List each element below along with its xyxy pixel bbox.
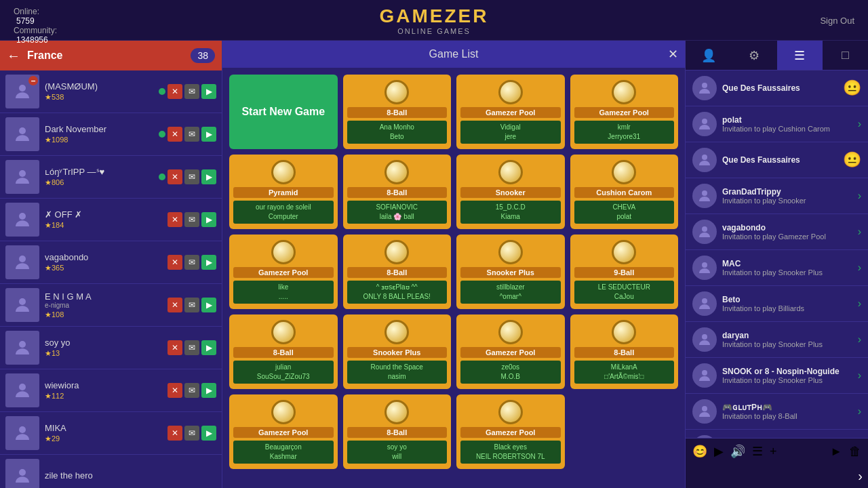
sidebar-user[interactable]: zile the hero xyxy=(0,455,222,488)
game-card[interactable]: Gamezer Poollike..... xyxy=(229,235,338,309)
tab-settings[interactable]: ⚙ xyxy=(731,41,776,70)
inv-name: Que Des Faussaires xyxy=(722,155,837,165)
menu-button[interactable]: ☰ xyxy=(751,443,764,460)
message-button[interactable]: ✉ xyxy=(184,127,199,142)
play-button[interactable]: ▶ xyxy=(713,443,725,460)
header-stats: Online: 5759 Community: 1348956 xyxy=(14,7,57,45)
game-card[interactable]: Gamezer PoolkmlrJerryore31 xyxy=(570,75,679,149)
svg-point-16 xyxy=(702,298,707,304)
message-button[interactable]: ✉ xyxy=(184,340,199,355)
block-button[interactable]: ✕ xyxy=(167,426,182,441)
message-button[interactable]: ✉ xyxy=(184,383,199,398)
game-card[interactable]: 9-BallLE SEDUCTEURCaJou xyxy=(570,235,679,309)
coin-icon xyxy=(498,160,523,184)
sidebar-user[interactable]: vagabondo★365✕✉▶ xyxy=(0,241,222,284)
inv-emoji: 😐 xyxy=(843,79,861,97)
message-button[interactable]: ✉ xyxy=(184,255,199,270)
user-name: ✗ OFF ✗ xyxy=(45,209,162,220)
game-card[interactable]: 8-BallAna MonhoBeto xyxy=(343,75,452,149)
game-card[interactable]: Snooker PlusRound the Spacenasim xyxy=(343,314,452,389)
svg-point-11 xyxy=(702,119,707,124)
sidebar-user[interactable]: ʟóŋʸTrIPP —ˢ♥★806✕✉▶ xyxy=(0,156,222,199)
user-stars: ★13 xyxy=(45,349,162,358)
sidebar-user[interactable]: wiewiora★112✕✉▶ xyxy=(0,369,222,412)
challenge-button[interactable]: ▶ xyxy=(201,383,216,398)
challenge-button[interactable]: ▶ xyxy=(201,298,216,312)
block-button[interactable]: ✕ xyxy=(167,383,182,398)
challenge-button[interactable]: ▶ xyxy=(201,255,216,270)
game-players: kmlrJerryore31 xyxy=(574,121,675,144)
message-button[interactable]: ✉ xyxy=(184,212,199,227)
sidebar-header: ← France 38 xyxy=(0,41,222,70)
challenge-button[interactable]: ▶ xyxy=(201,84,216,99)
block-button[interactable]: ✕ xyxy=(167,298,182,312)
challenge-button[interactable]: ▶ xyxy=(201,212,216,227)
challenge-button[interactable]: ▶ xyxy=(201,340,216,355)
block-button[interactable]: ✕ xyxy=(167,212,182,227)
inv-name: GranDadTrippy xyxy=(722,187,852,197)
inv-type: Invitation to play Snooker Plus xyxy=(722,376,852,384)
game-card[interactable]: Cushion CaromCHEVApolat xyxy=(570,155,679,229)
game-card[interactable]: Gamezer PoolVidigaljere xyxy=(456,75,565,149)
block-button[interactable]: ✕ xyxy=(167,255,182,270)
game-card[interactable]: 8-BalljulianSouSou_ZiZou73 xyxy=(229,314,338,389)
sidebar-user[interactable]: E N I G M Ae-nigma★108✕✉▶ xyxy=(0,284,222,327)
inv-name: polat xyxy=(722,115,852,125)
game-card[interactable]: Gamezer PoolBlack eyesNEIL ROBERTSON 7L xyxy=(456,394,565,469)
invitation-item[interactable]: polatInvitation to play Cushion Carom› xyxy=(686,106,868,142)
block-button[interactable]: ✕ xyxy=(167,127,182,142)
close-game-list-button[interactable]: ✕ xyxy=(668,47,678,62)
message-button[interactable]: ✉ xyxy=(184,426,199,441)
delete-button[interactable]: 🗑 xyxy=(848,443,863,460)
invitation-item[interactable]: Que Des Faussaires😐 xyxy=(686,142,868,178)
game-card[interactable]: Start New Game xyxy=(229,75,338,149)
back-button[interactable]: ← xyxy=(7,48,20,64)
game-card[interactable]: Gamezer Poolze0osM.O.B xyxy=(456,314,565,389)
block-button[interactable]: ✕ xyxy=(167,84,182,99)
block-button[interactable]: ✕ xyxy=(167,169,182,184)
add-button[interactable]: + xyxy=(768,443,778,460)
game-card[interactable]: 8-BallMiLkanA□'ArtÃ©mis'□ xyxy=(570,314,679,389)
message-button[interactable]: ✉ xyxy=(184,84,199,99)
emoji-button[interactable]: 😊 xyxy=(691,443,709,460)
sidebar-user[interactable]: –(MASMØUM)★538✕✉▶ xyxy=(0,70,222,113)
game-card[interactable]: 8-Ball^ ɜʊsɛPlaʊ ^^ONLY 8 BALL PLEAS! xyxy=(343,235,452,309)
invitation-item[interactable]: SNOOK or 8 - Nospin-NoguideInvitation to… xyxy=(686,358,868,394)
invitation-item[interactable]: Que Des Faussaires😐 xyxy=(686,70,868,106)
invitation-item[interactable]: daryanInvitation to play Snooker Plus› xyxy=(686,322,868,358)
invitation-item[interactable]: BetoInvitation to play Billiards› xyxy=(686,286,868,322)
tab-window[interactable]: □ xyxy=(823,41,868,70)
game-card[interactable]: Snooker Plusstillblazer^omar^ xyxy=(456,235,565,309)
challenge-button[interactable]: ▶ xyxy=(201,127,216,142)
sidebar-user[interactable]: ✗ OFF ✗★184✕✉▶ xyxy=(0,199,222,241)
inv-arrow: › xyxy=(858,369,861,382)
svg-point-8 xyxy=(19,426,26,433)
sign-out-button[interactable]: Sign Out xyxy=(820,15,854,25)
game-card[interactable]: Snooker15_D.C.DKiama xyxy=(456,155,565,229)
forward-button[interactable]: › xyxy=(858,468,863,484)
tab-profile[interactable]: 👤 xyxy=(686,41,731,70)
game-card[interactable]: 8-BallSOFIANOVIClaila 🌸 ball xyxy=(343,155,452,229)
invitation-item[interactable]: MACInvitation to play Snooker Plus› xyxy=(686,250,868,286)
game-card[interactable]: 8-Ballsoy yowill xyxy=(343,394,452,469)
game-card[interactable]: Pyramidour rayon de soleilComputer xyxy=(229,155,338,229)
coin-icon xyxy=(271,160,296,184)
game-card[interactable]: Gamezer PoolBeaugarçonKashmar xyxy=(229,394,338,469)
inv-type: Invitation to play Snooker Plus xyxy=(722,340,852,348)
user-name: soy yo xyxy=(45,338,162,348)
invitation-item[interactable]: 🎮ɢʟᴜᴛPʜ🎮Invitation to play 8-Ball› xyxy=(686,394,868,430)
invitation-item[interactable]: vagabondoInvitation to play Gamezer Pool… xyxy=(686,214,868,250)
invitation-item[interactable]: HaCInvitation play Snooker Plus› xyxy=(686,430,868,438)
invitation-item[interactable]: GranDadTrippyInvitation to play Snooker› xyxy=(686,178,868,214)
challenge-button[interactable]: ▶ xyxy=(201,426,216,441)
sidebar-user[interactable]: MIKA★29✕✉▶ xyxy=(0,412,222,455)
sidebar-user[interactable]: soy yo★13✕✉▶ xyxy=(0,327,222,369)
tab-list[interactable]: ☰ xyxy=(777,41,823,70)
message-button[interactable]: ✉ xyxy=(184,169,199,184)
sidebar-user[interactable]: Dark November★1098✕✉▶ xyxy=(0,113,222,156)
sound-button[interactable]: 🔊 xyxy=(729,443,747,460)
message-button[interactable]: ✉ xyxy=(184,298,199,312)
block-button[interactable]: ✕ xyxy=(167,340,182,355)
send-button[interactable]: ► xyxy=(829,443,844,460)
challenge-button[interactable]: ▶ xyxy=(201,169,216,184)
